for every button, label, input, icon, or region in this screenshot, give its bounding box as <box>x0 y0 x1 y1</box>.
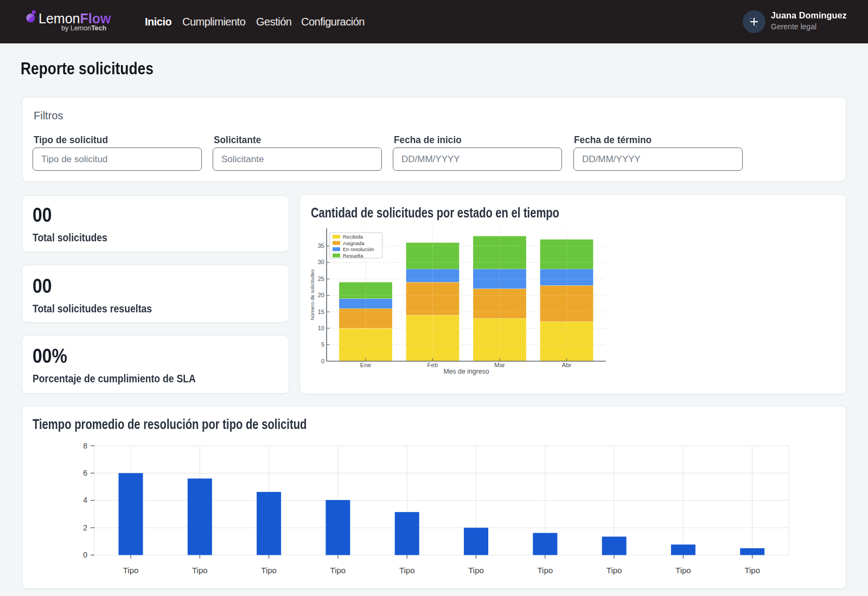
svg-text:Asignada: Asignada <box>343 240 365 246</box>
svg-text:0: 0 <box>321 358 324 364</box>
svg-text:Tipo: Tipo <box>330 566 346 575</box>
svg-text:Resuelta: Resuelta <box>343 253 363 259</box>
svg-text:6: 6 <box>83 469 87 477</box>
svg-text:15: 15 <box>318 309 324 315</box>
svg-text:Mes de ingreso: Mes de ingreso <box>443 368 489 375</box>
svg-text:Tipo: Tipo <box>399 566 415 575</box>
svg-text:Mar: Mar <box>494 362 505 368</box>
svg-text:Recibida: Recibida <box>343 234 363 240</box>
svg-text:Ene: Ene <box>360 362 371 368</box>
svg-text:Número de solicitudes: Número de solicitudes <box>309 269 315 320</box>
svg-text:En resolución: En resolución <box>343 246 374 252</box>
svg-text:Tipo: Tipo <box>675 566 691 575</box>
svg-text:Tipo: Tipo <box>192 566 208 575</box>
svg-text:30: 30 <box>318 259 324 265</box>
svg-text:Tipo: Tipo <box>744 566 760 575</box>
svg-text:4: 4 <box>83 496 87 504</box>
svg-text:20: 20 <box>318 292 324 298</box>
svg-text:Feb: Feb <box>427 362 438 368</box>
svg-text:35: 35 <box>318 242 324 249</box>
svg-text:0: 0 <box>83 550 87 559</box>
svg-text:Tipo: Tipo <box>468 566 484 575</box>
svg-text:Tipo: Tipo <box>123 566 139 575</box>
svg-text:5: 5 <box>321 341 324 348</box>
svg-text:Abr: Abr <box>562 362 572 368</box>
svg-text:2: 2 <box>83 523 87 532</box>
svg-text:Tipo: Tipo <box>537 566 553 575</box>
svg-text:25: 25 <box>318 275 324 282</box>
svg-text:Tipo: Tipo <box>261 566 277 575</box>
svg-text:Tipo: Tipo <box>607 566 622 575</box>
svg-text:10: 10 <box>318 325 324 331</box>
svg-text:8: 8 <box>83 441 87 450</box>
